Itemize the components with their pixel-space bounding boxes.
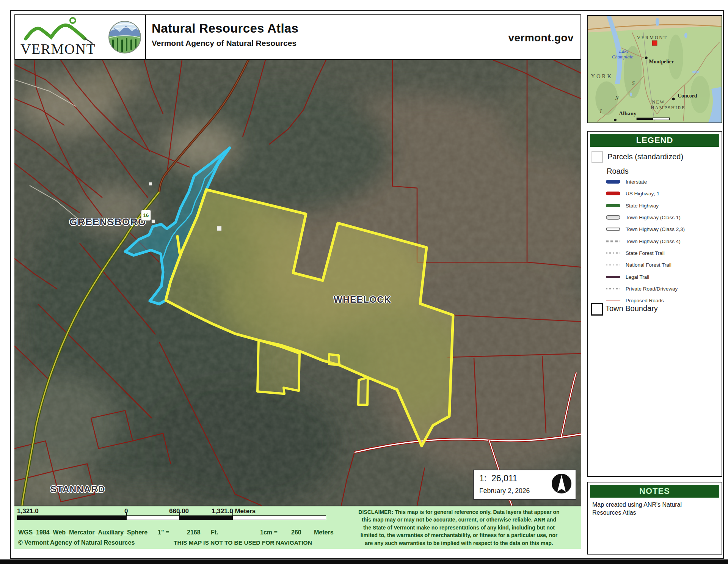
us-highway-swatch-icon — [606, 192, 620, 195]
inset-letter-n: N — [615, 95, 619, 101]
map-sheet: VERMONT — [0, 0, 728, 564]
legend-item-label: State Highway — [626, 203, 659, 209]
state-forest-trail-swatch-icon — [606, 252, 620, 254]
vermont-logo-text: VERMONT — [20, 41, 96, 57]
scale-date-box: 1: 26,011 February 2, 2026 — [473, 470, 576, 500]
disclaimer-line: DISCLAIMER: This map is for general refe… — [337, 508, 581, 516]
scalebar-segment — [17, 515, 126, 520]
logo-area: VERMONT — [15, 15, 145, 59]
town-boundary-swatch — [591, 303, 603, 316]
legend-item-label: State Forest Trail — [626, 250, 665, 256]
vermont-gov-link: vermont.gov — [508, 32, 574, 44]
scale-inch-value: 2168 — [187, 529, 201, 536]
scale-inch-unit: Ft. — [211, 529, 218, 536]
state-highway-swatch-icon — [606, 204, 620, 207]
legend-item-legal-trail: Legal Trail — [606, 272, 649, 281]
legal-trail-swatch-icon — [606, 276, 620, 278]
roads-group-label: Roads — [607, 167, 629, 176]
legend-item-label: National Forest Trail — [626, 262, 672, 268]
legend-item-town-highway-23: Town Highway (Class 2,3) — [606, 225, 685, 234]
parcels-swatch — [592, 151, 603, 163]
proposed-roads-swatch-icon — [606, 300, 620, 301]
town-label-wheelock: WHEELOCK — [334, 294, 391, 305]
anr-globe-icon — [109, 21, 141, 53]
scale-inch-label: 1" = — [158, 529, 169, 536]
inset-label-albany: Albany — [619, 110, 637, 116]
header-divider — [145, 15, 146, 59]
route-16-shield-icon: 16 — [141, 210, 151, 221]
legend-item-proposed-roads: Proposed Roads — [606, 296, 664, 305]
scalebar-tick-0: 1,321.0 — [17, 507, 39, 515]
private-road-swatch-icon — [606, 288, 620, 289]
scalebar-segment — [126, 515, 179, 520]
inset-label-new: NEW — [652, 99, 665, 105]
disclaimer-text: DISCLAIMER: This map is for general refe… — [337, 508, 581, 547]
inset-label-hampshire: HAMPSHIRE — [651, 105, 686, 110]
inset-label-york: YORK — [591, 73, 613, 79]
legend-item-town-highway-4: Town Highway (Class 4) — [606, 237, 681, 246]
inset-label-montpelier: Montpelier — [649, 59, 674, 64]
legend-item-town-highway-1: Town Highway (Class 1) — [606, 213, 681, 222]
page-title: Natural Resources Atlas — [152, 21, 298, 36]
town-boundary-label: Town Boundary — [606, 304, 658, 313]
town-label-stannard: STANNARD — [50, 484, 105, 495]
national-forest-trail-swatch-icon — [606, 264, 620, 266]
legend-item-label: US Highway; 1 — [626, 191, 659, 196]
legend-item-interstate: Interstate — [606, 177, 647, 186]
scalebar-tick-3: 1,321.0 Meters — [212, 507, 256, 515]
legend-item-label: Private Road/Driveway — [626, 286, 678, 292]
inset-label-concord: Concord — [678, 93, 697, 99]
legend-item-national-forest-trail: National Forest Trail — [606, 260, 672, 269]
legend-item-private-road: Private Road/Driveway — [606, 284, 678, 293]
town-highway1-swatch-icon — [606, 215, 620, 220]
disclaimer-line: this map may or may not be accurate, cur… — [337, 516, 581, 523]
disclaimer-line: limited to, the warranties of merchantab… — [337, 531, 581, 539]
copyright-label: © Vermont Agency of Natural Resources — [18, 539, 135, 546]
town-highway23-swatch-icon — [606, 228, 620, 231]
disclaimer-line: are any such warranties to be implied wi… — [337, 539, 581, 547]
map-canvas: GREENSBORO WHEELOCK STANNARD 16 1: 26,01… — [14, 60, 581, 506]
town-highway4-swatch-icon — [606, 240, 620, 242]
legend-item-label: Town Highway (Class 2,3) — [626, 226, 685, 232]
town-label-greensboro: GREENSBORO — [69, 216, 146, 228]
projection-label: WGS_1984_Web_Mercator_Auxiliary_Sphere — [18, 529, 147, 536]
scale-cm-unit: Meters — [314, 529, 334, 536]
map-image — [14, 60, 581, 506]
header: VERMONT — [14, 14, 581, 60]
scalebar-segment — [179, 515, 232, 520]
inset-scalebar — [653, 118, 669, 120]
notes-body: Map created using ANR's Natural Resource… — [592, 501, 687, 517]
parcels-label: Parcels (standardized) — [607, 152, 683, 161]
map-date: February 2, 2026 — [479, 487, 530, 495]
scalebar-tick-2: 660.00 — [169, 507, 189, 515]
legend-header: LEGEND — [590, 134, 719, 147]
notes-header: NOTES — [590, 485, 719, 498]
inset-map-image: VERMONT Lake Champlain Montpelier YORK S… — [588, 16, 722, 123]
inset-label-lake: Lake — [619, 49, 629, 54]
legend-item-label: Legal Trail — [626, 274, 649, 280]
inset-letter-s: S — [632, 80, 635, 86]
interstate-swatch-icon — [606, 180, 620, 184]
legend-item-label: Town Highway (Class 1) — [626, 215, 681, 220]
scalebar-segment — [232, 515, 326, 520]
page-subtitle: Vermont Agency of Natural Resources — [152, 39, 297, 48]
legend-item-label: Proposed Roads — [626, 298, 664, 303]
inset-scalebar — [637, 118, 653, 120]
scale-ratio: 1: 26,011 — [479, 473, 518, 484]
legend-item-us-highway: US Highway; 1 — [606, 189, 659, 198]
scale-cm-value: 260 — [291, 529, 301, 536]
locator-inset-map: VERMONT Lake Champlain Montpelier YORK S… — [587, 15, 722, 123]
legend-item-label: Interstate — [626, 179, 647, 185]
footer-bar: 1,321.0 0 660.00 1,321.0 Meters WGS_1984… — [14, 506, 581, 549]
navigation-warning: THIS MAP IS NOT TO BE USED FOR NAVIGATIO… — [174, 539, 312, 546]
inset-label-champlain: Champlain — [612, 54, 634, 60]
legend-panel: LEGEND Parcels (standardized) Roads Inte… — [587, 131, 722, 477]
notes-panel: NOTES Map created using ANR's Natural Re… — [587, 482, 722, 555]
scale-cm-label: 1cm = — [260, 529, 278, 536]
vermont-logo: VERMONT — [20, 18, 96, 57]
disclaimer-line: the State of Vermont make no representat… — [337, 524, 581, 531]
north-arrow-icon — [551, 473, 572, 494]
inset-label-vermont: VERMONT — [637, 35, 668, 40]
legend-item-label: Town Highway (Class 4) — [626, 239, 681, 244]
legend-item-state-forest-trail: State Forest Trail — [606, 248, 665, 258]
